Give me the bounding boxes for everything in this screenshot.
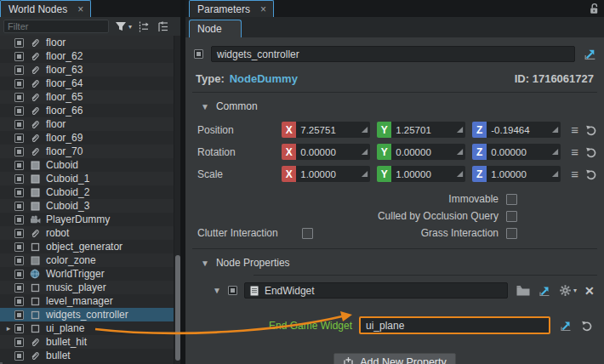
pick-node-icon[interactable] (559, 319, 573, 333)
expand-all-icon[interactable] (138, 21, 151, 32)
node-visibility-checkbox[interactable] (14, 93, 24, 102)
node-visibility-checkbox[interactable] (14, 65, 24, 75)
node-visibility-checkbox[interactable] (14, 52, 24, 61)
tree-row[interactable]: floor_65 (0, 90, 174, 104)
axis-y-value[interactable]: 1.00000 (391, 166, 454, 182)
tree-row[interactable]: robot (0, 226, 174, 240)
node-visibility-checkbox[interactable] (14, 338, 24, 347)
tab-node[interactable]: Node (189, 20, 242, 37)
row-menu-icon[interactable]: ≡ (571, 168, 578, 180)
axis-y-value[interactable]: 1.25701 (391, 122, 454, 138)
culled-checkbox[interactable] (506, 211, 517, 222)
node-visibility-checkbox[interactable] (14, 174, 24, 184)
scrub-handle-icon[interactable] (550, 166, 561, 182)
tree-row[interactable]: bullet_hit (0, 335, 174, 349)
tree-row[interactable]: music_player (0, 281, 174, 294)
tree-row[interactable]: Cuboid_3 (0, 199, 174, 213)
node-visibility-checkbox[interactable] (14, 202, 24, 211)
pick-node-icon[interactable] (538, 284, 551, 298)
node-visibility-checkbox[interactable] (14, 310, 24, 320)
node-visibility-checkbox[interactable] (14, 188, 24, 197)
tree-row[interactable]: floor_63 (0, 63, 174, 77)
node-visibility-checkbox[interactable] (14, 256, 24, 265)
axis-z-value[interactable]: -0.19464 (487, 122, 550, 138)
filter-funnel-icon[interactable]: ▾ (115, 21, 132, 31)
axis-x-value[interactable]: 0.00000 (296, 144, 359, 160)
add-new-property-button[interactable]: Add New Property (333, 353, 455, 364)
node-visibility-checkbox[interactable] (14, 351, 24, 361)
reset-icon[interactable] (581, 320, 593, 332)
scrub-handle-icon[interactable] (359, 166, 370, 182)
property-collapse-icon[interactable]: ▼ (213, 286, 221, 295)
axis-z-field[interactable]: Z -0.19464 (472, 122, 561, 138)
scrub-handle-icon[interactable] (454, 122, 465, 138)
tree-row[interactable]: floor (0, 36, 174, 49)
close-icon[interactable]: × (77, 4, 83, 14)
pick-node-icon[interactable] (583, 47, 597, 61)
scrub-handle-icon[interactable] (454, 166, 465, 182)
node-visibility-checkbox[interactable] (14, 229, 24, 238)
node-visibility-checkbox[interactable] (14, 106, 24, 116)
tree-row[interactable]: floor_64 (0, 77, 174, 90)
reset-icon[interactable] (585, 146, 597, 158)
tree-row[interactable]: Cuboid (0, 158, 174, 172)
node-visibility-checkbox[interactable] (14, 242, 24, 252)
node-visibility-checkbox[interactable] (14, 215, 24, 225)
axis-x-value[interactable]: 7.25751 (296, 122, 359, 138)
axis-x-field[interactable]: X 0.00000 (282, 144, 370, 160)
tree-row[interactable]: floor_70 (0, 145, 174, 158)
row-menu-icon[interactable]: ≡ (571, 123, 578, 136)
node-visibility-checkbox[interactable] (14, 38, 24, 48)
tree-row[interactable]: floor (0, 117, 174, 131)
axis-x-field[interactable]: X 1.00000 (282, 166, 370, 182)
property-name-field[interactable]: EndWidget (244, 282, 508, 299)
scrub-handle-icon[interactable] (454, 144, 465, 160)
axis-z-value[interactable]: 0.00000 (487, 144, 550, 160)
scrub-handle-icon[interactable] (550, 122, 561, 138)
tree-row[interactable]: level_manager (0, 294, 174, 308)
section-common[interactable]: ▼ Common (192, 93, 597, 116)
axis-z-value[interactable]: 1.00000 (487, 166, 550, 182)
property-enabled-checkbox[interactable] (228, 286, 237, 295)
axis-y-value[interactable]: 0.00000 (391, 144, 454, 160)
node-name-input[interactable]: widgets_controller (211, 46, 575, 62)
node-visibility-checkbox[interactable] (14, 270, 24, 279)
node-visibility-checkbox[interactable] (14, 147, 24, 156)
reset-icon[interactable] (585, 124, 597, 136)
tree-row[interactable]: PlayerDummy (0, 213, 174, 226)
node-visibility-checkbox[interactable] (14, 134, 24, 143)
tree-row[interactable]: WorldTrigger (0, 267, 174, 281)
node-visibility-checkbox[interactable] (14, 324, 24, 333)
axis-x-field[interactable]: X 7.25751 (282, 122, 370, 138)
immovable-checkbox[interactable] (506, 194, 517, 205)
axis-y-field[interactable]: Y 1.25701 (377, 122, 465, 138)
tree-row[interactable]: floor_66 (0, 104, 174, 117)
scrub-handle-icon[interactable] (359, 122, 370, 138)
node-visibility-checkbox[interactable] (14, 120, 24, 129)
section-node-properties[interactable]: ▼ Node Properties (192, 249, 597, 272)
tree-row[interactable]: Cuboid_1 (0, 172, 174, 185)
tab-world-nodes[interactable]: World Nodes × (0, 0, 91, 17)
tab-parameters[interactable]: Parameters × (189, 0, 274, 17)
tree-row[interactable]: floor_62 (0, 49, 174, 63)
gear-menu[interactable]: ▾ (559, 284, 577, 297)
node-enabled-checkbox[interactable] (194, 49, 203, 59)
node-visibility-checkbox[interactable] (14, 161, 24, 170)
clutter-checkbox[interactable] (302, 228, 313, 239)
expander-icon[interactable]: ▸ (3, 324, 14, 333)
tree-row[interactable]: ▸ ui_plane (0, 321, 174, 335)
row-menu-icon[interactable]: ≡ (571, 145, 578, 158)
tree-row[interactable]: floor_69 (0, 131, 174, 145)
grass-checkbox[interactable] (506, 228, 517, 239)
axis-y-field[interactable]: Y 0.00000 (377, 144, 465, 160)
axis-x-value[interactable]: 1.00000 (296, 166, 359, 182)
tree-row[interactable]: object_generator (0, 240, 174, 253)
node-visibility-checkbox[interactable] (14, 79, 24, 88)
scrub-handle-icon[interactable] (359, 144, 370, 160)
axis-z-field[interactable]: Z 1.00000 (472, 166, 561, 182)
scrub-handle-icon[interactable] (550, 144, 561, 160)
node-visibility-checkbox[interactable] (14, 297, 24, 306)
reset-icon[interactable] (585, 168, 597, 180)
unlock-icon[interactable] (589, 3, 599, 17)
tree-row[interactable]: widgets_controller (0, 308, 174, 321)
